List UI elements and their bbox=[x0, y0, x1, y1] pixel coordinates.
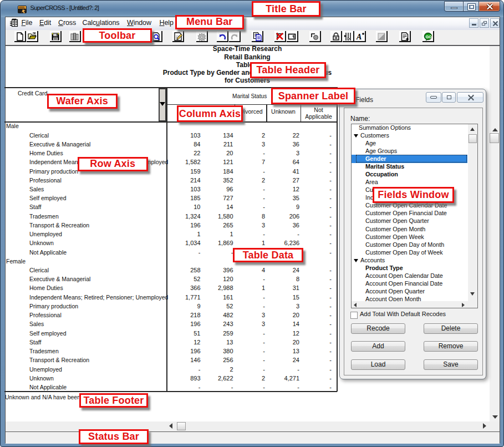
svg-text:A: A bbox=[356, 33, 362, 41]
svg-text:GO: GO bbox=[425, 34, 432, 39]
